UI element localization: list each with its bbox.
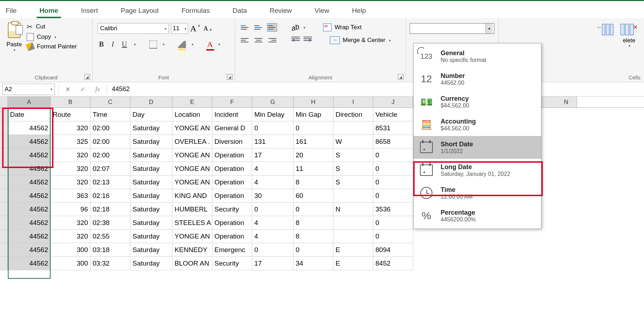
cell-header[interactable]: Day [130,108,172,121]
cell[interactable]: 0 [252,121,294,135]
underline-button[interactable]: U [120,40,128,49]
col-header-i[interactable]: I [333,96,373,108]
cell[interactable]: 0 [373,176,413,189]
font-name-select[interactable]: Calibri▾ [98,23,169,34]
cell[interactable]: 8 [294,230,333,243]
cell[interactable]: 0 [373,189,413,203]
cell[interactable]: 02:55 [90,230,130,243]
cell[interactable]: 131 [252,135,294,148]
cell-header[interactable]: Date [8,108,51,121]
cell[interactable]: 60 [294,189,333,203]
cell[interactable]: 44562 [8,216,51,230]
copy-button[interactable]: Copy▾ [27,33,77,41]
cell[interactable]: 8658 [373,135,413,148]
cell[interactable]: Operation [212,176,252,189]
cell[interactable]: 02:00 [90,121,130,135]
cell[interactable]: STEELES A [172,216,212,230]
cell[interactable]: 44562 [8,162,51,176]
row-header[interactable] [0,176,8,189]
col-header-j[interactable]: J [373,96,413,108]
cell-header[interactable]: Min Delay [252,108,294,121]
row-header[interactable] [0,243,8,257]
col-header-c[interactable]: C [90,96,130,108]
tab-review[interactable]: Review [267,5,295,18]
cell[interactable]: 17 [252,257,294,270]
cell[interactable]: 20 [294,148,333,162]
cell[interactable]: 44562 [8,203,51,216]
cell[interactable]: 0 [373,230,413,243]
insert-cells-button[interactable] [596,24,613,48]
cell[interactable]: YONGE AN [172,230,212,243]
cell[interactable] [333,189,373,203]
format-painter-button[interactable]: Format Painter [27,43,77,50]
cell[interactable]: Operation [212,216,252,230]
col-header-f[interactable]: F [212,96,252,108]
cell[interactable]: General D [212,121,252,135]
dialog-launcher-icon[interactable]: ◢ [227,74,233,80]
cell[interactable]: 0 [252,203,294,216]
row-header[interactable] [0,148,8,162]
tab-page-layout[interactable]: Page Layout [118,5,162,18]
cell[interactable]: Emergenc [212,243,252,257]
cell[interactable]: 30 [252,189,294,203]
fill-color-icon[interactable] [178,41,186,48]
tab-file[interactable]: File [3,5,20,18]
cell[interactable]: Operation [212,189,252,203]
row-header[interactable] [0,230,8,243]
cell[interactable]: 320 [51,230,90,243]
cell[interactable]: 02:38 [90,216,130,230]
name-box[interactable]: A2▾ [2,84,55,95]
cell[interactable]: 300 [51,243,90,257]
cell[interactable]: Saturday [130,162,172,176]
col-header-h[interactable]: H [294,96,333,108]
fx-icon[interactable]: fx [92,84,103,95]
cell[interactable]: 320 [51,216,90,230]
cell[interactable]: 363 [51,189,90,203]
cell[interactable]: 325 [51,135,90,148]
cell[interactable]: YONGE AN [172,148,212,162]
cell[interactable]: 44562 [8,230,51,243]
cell[interactable]: 03:32 [90,257,130,270]
cell[interactable]: 44562 [8,257,51,270]
cell[interactable]: 44562 [8,121,51,135]
increase-font-icon[interactable]: A [190,24,196,33]
cell-header[interactable]: Location [172,108,212,121]
decrease-font-icon[interactable]: A [203,25,208,32]
border-icon[interactable] [149,41,157,48]
format-option-currency[interactable]: Currency$44,562.00 [414,90,541,113]
cell[interactable]: 4 [252,176,294,189]
cell[interactable]: Saturday [130,148,172,162]
cell[interactable]: 8452 [373,257,413,270]
cell[interactable]: Saturday [130,216,172,230]
cell-header[interactable]: Min Gap [294,108,333,121]
align-top-button[interactable] [240,23,250,32]
tab-insert[interactable]: Insert [78,5,101,18]
col-header-a[interactable]: A [8,96,51,108]
cell[interactable]: 44562 [8,148,51,162]
cell-header[interactable]: Time [90,108,130,121]
cell[interactable]: 0 [373,216,413,230]
cell[interactable]: KING AND [172,189,212,203]
cell[interactable]: Saturday [130,121,172,135]
formula-input[interactable] [108,84,644,94]
cell[interactable]: BLOOR AN [172,257,212,270]
cell[interactable]: 02:00 [90,135,130,148]
cell[interactable]: YONGE AN [172,162,212,176]
cell[interactable]: HUMBERL [172,203,212,216]
cell[interactable]: 0 [294,203,333,216]
cell[interactable] [333,230,373,243]
cell[interactable]: 300 [51,257,90,270]
cell[interactable]: 02:16 [90,189,130,203]
cell-header[interactable]: Route [51,108,90,121]
cell[interactable]: Operation [212,230,252,243]
cell[interactable]: 34 [294,257,333,270]
cell[interactable]: YONGE AN [172,176,212,189]
cell[interactable]: 44562 [8,243,51,257]
cell[interactable]: Saturday [130,189,172,203]
format-option-number[interactable]: Number44562.00 [414,68,541,90]
cell[interactable]: 320 [51,162,90,176]
cell[interactable]: YONGE AN [172,121,212,135]
format-option-accounting[interactable]: Accounting$44,562.00 [414,113,541,136]
align-middle-button[interactable] [254,23,264,32]
font-size-select[interactable]: 11▾ [171,23,188,34]
